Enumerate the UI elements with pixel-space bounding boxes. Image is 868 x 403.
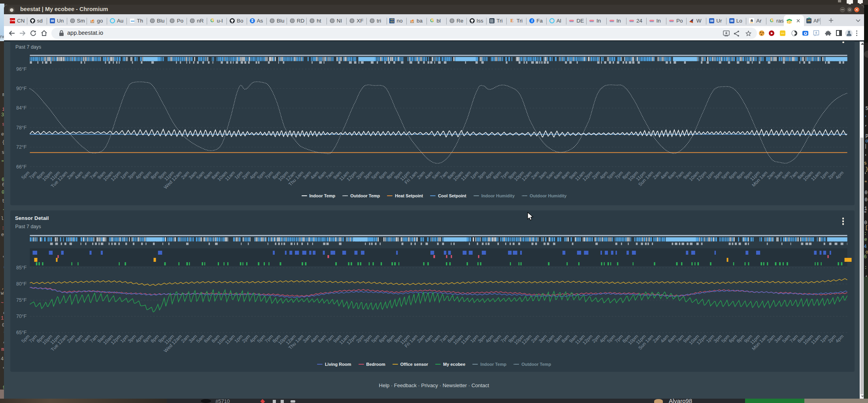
svg-text:72°F: 72°F (16, 144, 26, 150)
svg-text:80°F: 80°F (16, 281, 26, 287)
svg-text:96°F: 96°F (16, 66, 26, 72)
svg-text:90°F: 90°F (16, 85, 26, 91)
svg-text:75°F: 75°F (16, 297, 26, 303)
svg-text:4pm: 4pm (834, 170, 844, 180)
svg-text:4pm: 4pm (834, 333, 844, 344)
svg-text:66°F: 66°F (16, 164, 26, 169)
svg-text:85°F: 85°F (16, 265, 26, 271)
svg-text:84°F: 84°F (16, 105, 26, 111)
svg-text:70°F: 70°F (16, 314, 26, 319)
svg-text:78°F: 78°F (16, 125, 26, 130)
